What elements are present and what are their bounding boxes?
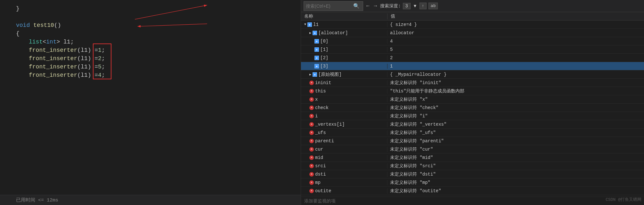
row-name-cell: ▶◈ [allocator] — [301, 30, 387, 35]
row-val-cell: 未定义标识符 "dsti" — [387, 171, 644, 177]
row-val-cell: 1 — [387, 64, 644, 69]
row-name-text: srci — [315, 163, 326, 169]
watch-row[interactable]: ✕ mid未定义标识符 "mid" — [301, 154, 644, 162]
search-icon[interactable]: 🔍 — [352, 2, 361, 10]
watch-row[interactable]: ◈ [0]4 — [301, 37, 644, 45]
watch-row[interactable]: ✕ ininit未定义标识符 "ininit" — [301, 79, 644, 87]
search-input[interactable] — [306, 4, 351, 9]
cube-icon: ◈ — [314, 56, 319, 60]
add-watch-label: 添加要监视的项 — [304, 198, 336, 204]
error-icon: ✕ — [309, 97, 314, 102]
fn-front-inserter: front_inserter — [29, 47, 77, 53]
row-val-cell: { _Mypair=allocator } — [387, 72, 644, 77]
code-line: } — [0, 4, 301, 13]
watch-row[interactable]: ✕ x未定义标识符 "x" — [301, 95, 644, 104]
row-name-cell: ✕ mid — [301, 155, 387, 160]
code-line-1: front_inserter(l1) = 1; — [0, 46, 301, 54]
code-line-5: front_inserter(l1) = 5; — [0, 63, 301, 71]
cube-icon: ◈ — [307, 22, 312, 27]
watch-row[interactable]: ✕ cur未定义标识符 "cur" — [301, 145, 644, 154]
watch-row[interactable]: ✕ parenti未定义标识符 "parenti" — [301, 137, 644, 145]
expand-icon[interactable]: ▼ — [304, 23, 306, 26]
watch-row[interactable]: ✕ mp未定义标识符 "mp" — [301, 178, 644, 187]
watch-row[interactable]: ✕ dsti未定义标识符 "dsti" — [301, 170, 644, 178]
row-name-text: i — [315, 114, 318, 119]
row-name-text: l1 — [313, 22, 319, 27]
watch-row[interactable]: ✕ i未定义标识符 "i" — [301, 112, 644, 120]
angle: > — [56, 39, 60, 45]
code-line: list<int> l1; — [0, 38, 301, 46]
row-name-cell: ✕ outite — [301, 188, 387, 193]
watch-row[interactable]: ◈ [3]1 — [301, 62, 644, 70]
watch-row[interactable]: ▼◈ l1{ size=4 } — [301, 20, 644, 29]
row-name-text: x — [315, 97, 318, 102]
row-val-cell: "this"只能用于非静态成员函数内部 — [387, 88, 644, 94]
watch-row[interactable]: ▶◈ [原始视图]{ _Mypair=allocator } — [301, 70, 644, 79]
watch-row[interactable]: ◈ [2]2 — [301, 54, 644, 62]
row-val-cell: 未定义标识符 "check" — [387, 105, 644, 111]
watch-row[interactable]: ✕ _ufs未定义标识符 "_ufs" — [301, 129, 644, 137]
row-name-text: [3] — [320, 64, 328, 69]
chevron-down-icon[interactable]: ▼ — [412, 3, 418, 9]
row-name-text: [allocator] — [318, 30, 348, 35]
bottom-bar: 已用时间 <= 12ms — [0, 195, 301, 205]
row-val-cell: 未定义标识符 "x" — [387, 97, 644, 102]
error-icon: ✕ — [309, 89, 314, 93]
row-name-text: [1] — [320, 47, 328, 52]
nav-left-icon[interactable]: ← — [365, 3, 371, 10]
row-name-text: this — [315, 89, 326, 94]
watch-row[interactable]: ✕ outite未定义标识符 "outite" — [301, 187, 644, 195]
watch-row[interactable]: ✕ this"this"只能用于非静态成员函数内部 — [301, 87, 644, 95]
row-name-cell: ✕ _vertexs[i] — [301, 122, 387, 127]
header-val: 值 — [387, 13, 644, 19]
row-name-cell: ✕ srci — [301, 163, 387, 169]
nav-right-icon[interactable]: → — [373, 3, 379, 10]
watch-row[interactable]: ✕ srci未定义标识符 "srci" — [301, 162, 644, 170]
row-name-cell: ◈ [2] — [301, 55, 387, 60]
error-icon: ✕ — [309, 130, 314, 135]
error-icon: ✕ — [309, 180, 314, 185]
expand-icon[interactable]: ▶ — [309, 31, 311, 35]
code-content: } void test10() { list<int> l1; front_in… — [0, 0, 301, 83]
row-name-cell: ✕ this — [301, 89, 387, 94]
row-name-cell: ▼◈ l1 — [301, 22, 387, 27]
type-list: list — [29, 39, 43, 45]
cube-icon: ◈ — [314, 39, 319, 43]
ab-button[interactable]: ab — [428, 3, 438, 9]
row-val-cell: { size=4 } — [387, 22, 644, 27]
val-1: 1 — [98, 47, 102, 53]
code-line: { — [0, 29, 301, 38]
watch-row[interactable]: ✕ _vertexs[i]未定义标识符 "_vertexs" — [301, 120, 644, 129]
row-val-cell: 4 — [387, 39, 644, 44]
row-name-text: outite — [315, 188, 331, 193]
depth-value: 3 — [403, 3, 411, 9]
error-icon: ✕ — [309, 122, 314, 127]
row-val-cell: 未定义标识符 "_ufs" — [387, 130, 644, 136]
error-icon: ✕ — [309, 81, 314, 85]
row-name-text: parenti — [315, 138, 334, 144]
error-icon: ✕ — [309, 114, 314, 118]
header-name: 名称 — [301, 13, 387, 19]
watch-row[interactable]: ◈ [1]5 — [301, 45, 644, 54]
add-watch-row[interactable]: 添加要监视的项 — [301, 197, 644, 205]
error-icon: ✕ — [309, 139, 314, 143]
row-name-cell: ✕ dsti — [301, 172, 387, 177]
row-val-cell: 5 — [387, 47, 644, 52]
row-val-cell: allocator — [387, 30, 644, 35]
watch-row[interactable]: ✕ check未定义标识符 "check" — [301, 104, 644, 112]
row-name-cell: ✕ i — [301, 114, 387, 119]
watch-row[interactable]: ▶◈ [allocator]allocator — [301, 29, 644, 37]
row-val-cell: 未定义标识符 "_vertexs" — [387, 122, 644, 127]
code-line-4: front_inserter(l1) = 4; — [0, 71, 301, 79]
row-name-text: ininit — [315, 80, 331, 85]
cube-icon: ◈ — [314, 64, 319, 68]
code-line-2: front_inserter(l1) = 2; — [0, 54, 301, 63]
pin-button[interactable]: ↑ — [420, 3, 427, 9]
cube-icon: ◈ — [313, 31, 317, 35]
code-line — [0, 13, 301, 21]
expand-icon[interactable]: ▶ — [309, 73, 311, 76]
time-text: 已用时间 <= 12ms — [16, 197, 58, 203]
watch-panel: 🔍 ← → 搜索深度: 3 ▼ ↑ ab 名称 值 ▼◈ l1{ size=4 … — [301, 0, 644, 205]
row-val-cell: 2 — [387, 55, 644, 60]
search-box[interactable]: 🔍 — [304, 1, 363, 11]
